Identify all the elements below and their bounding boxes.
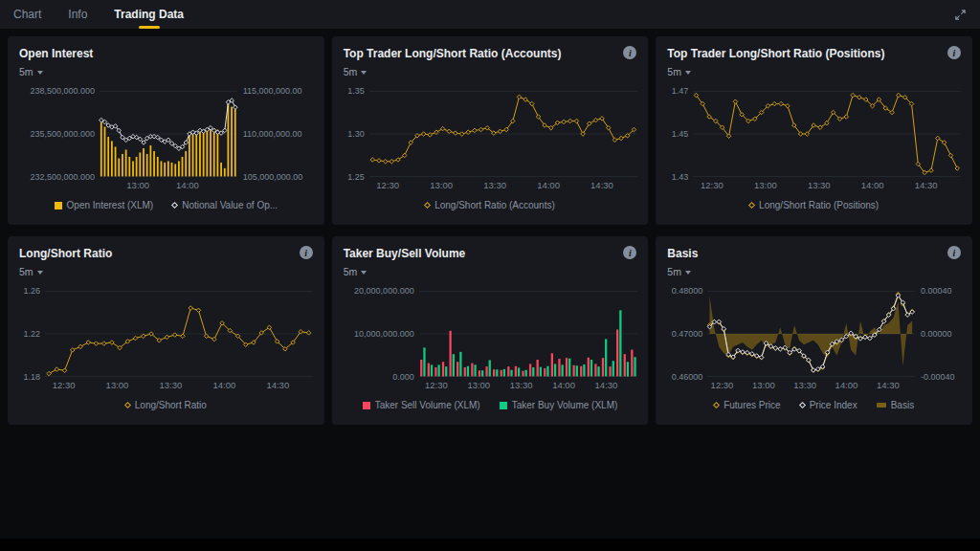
- y-axis-left: 238,500,000.000235,500,000.000232,500,00…: [19, 91, 100, 177]
- legend-marker-diamond: [713, 402, 720, 408]
- legend-marker-square: [363, 402, 370, 409]
- chevron-down-icon: [37, 71, 43, 75]
- panel-top-trader-ls-accounts: Top Trader Long/Short Ratio (Accounts) 5…: [332, 36, 649, 225]
- tab-trading-data[interactable]: Trading Data: [114, 0, 184, 29]
- legend-item[interactable]: Long/Short Ratio: [125, 400, 207, 410]
- chevron-down-icon: [361, 271, 367, 275]
- interval-dropdown[interactable]: 5m: [667, 266, 691, 277]
- legend-item[interactable]: Long/Short Ratio (Accounts): [425, 200, 555, 210]
- chevron-down-icon: [361, 71, 367, 75]
- panel-grid: Open Interest 5m 238,500,000.000235,500,…: [0, 29, 980, 432]
- panel-title: Open Interest: [19, 46, 313, 61]
- interval-dropdown[interactable]: 5m: [344, 66, 368, 77]
- x-tick-label: 13:00: [126, 180, 149, 190]
- y-axis-label: 1.35: [347, 86, 365, 96]
- y-axis-label: 1.43: [672, 172, 689, 182]
- y-axis-left: 1.351.301.25: [344, 91, 369, 177]
- y-axis-left: 20,000,000.00010,000,000.0000.000: [344, 291, 419, 377]
- x-tick-label: 12:30: [711, 380, 734, 390]
- x-tick-label: 14:30: [595, 380, 618, 390]
- info-icon[interactable]: [947, 46, 961, 59]
- x-axis: 12:3013:0013:3014:0014:30: [707, 380, 915, 392]
- chart-canvas[interactable]: 12:3013:0013:3014:0014:30: [693, 91, 961, 192]
- legend-marker-diamond: [171, 202, 178, 209]
- panel-taker-buy-sell-volume: Taker Buy/Sell Volume 5m 20,000,000.0001…: [332, 236, 649, 425]
- legend-item[interactable]: Taker Buy Volume (XLM): [500, 400, 618, 410]
- x-tick-label: 13:30: [510, 380, 533, 390]
- interval-dropdown[interactable]: 5m: [19, 266, 43, 277]
- legend-marker-diamond: [799, 402, 806, 408]
- chart-area: 0.480000.470000.46000 12:3013:0013:3014:…: [667, 291, 961, 392]
- y-axis-label: 1.30: [347, 129, 365, 139]
- panel-title: Top Trader Long/Short Ratio (Positions): [667, 46, 961, 61]
- chart-area: 1.351.301.25 12:3013:0013:3014:0014:30: [344, 91, 637, 192]
- chevron-down-icon: [37, 271, 43, 275]
- panel-basis: Basis 5m 0.480000.470000.46000 12:3013:0…: [656, 236, 972, 425]
- chart-canvas[interactable]: 12:3013:0013:3014:0014:30: [419, 291, 637, 392]
- y-axis-label: 0.48000: [672, 286, 703, 296]
- x-tick-label: 13:00: [754, 180, 777, 190]
- legend-label: Long/Short Ratio: [135, 400, 207, 410]
- y-axis-label: 20,000,000.000: [354, 286, 414, 296]
- top-nav: Chart Info Trading Data: [0, 0, 980, 29]
- legend-item[interactable]: Notional Value of Op...: [172, 200, 278, 210]
- x-tick-label: 13:00: [467, 380, 490, 390]
- interval-value: 5m: [19, 66, 33, 77]
- interval-dropdown[interactable]: 5m: [344, 266, 368, 277]
- x-axis: 12:3013:0013:3014:0014:30: [45, 380, 313, 392]
- interval-value: 5m: [667, 66, 681, 77]
- info-icon[interactable]: [300, 246, 313, 259]
- x-tick-label: 14:30: [877, 380, 900, 390]
- y-axis-label: 115,000,000.00: [243, 86, 302, 96]
- y-axis-label: 1.47: [672, 86, 689, 96]
- y-axis-label: 1.18: [23, 372, 40, 382]
- x-tick-label: 14:00: [835, 380, 858, 390]
- interval-dropdown[interactable]: 5m: [19, 66, 43, 77]
- panel-title: Top Trader Long/Short Ratio (Accounts): [344, 46, 637, 61]
- tab-info[interactable]: Info: [68, 0, 87, 29]
- panel-title: Basis: [667, 246, 961, 261]
- legend-label: Futures Price: [724, 400, 780, 410]
- chart-canvas[interactable]: 13:0014:00: [100, 91, 237, 192]
- y-axis-label: 110,000,000.00: [243, 129, 302, 139]
- chart-canvas[interactable]: 12:3013:0013:3014:0014:30: [45, 291, 313, 392]
- legend-item[interactable]: Taker Sell Volume (XLM): [363, 400, 480, 410]
- y-axis-right: 0.000400.00000-0.00040: [915, 291, 961, 377]
- chart-canvas[interactable]: 12:3013:0013:3014:0014:30: [707, 291, 915, 392]
- legend-item[interactable]: Open Interest (XLM): [55, 200, 154, 210]
- y-axis-label: 0.46000: [672, 372, 703, 382]
- y-axis-left: 1.471.451.43: [667, 91, 693, 177]
- y-axis-label: 235,500,000.000: [30, 129, 95, 139]
- chart-canvas[interactable]: 12:3013:0013:3014:0014:30: [369, 91, 637, 192]
- x-tick-label: 14:30: [590, 180, 613, 190]
- chart-legend: Long/Short Ratio (Accounts): [344, 200, 637, 210]
- legend-label: Taker Buy Volume (XLM): [512, 400, 618, 410]
- chart-legend: Futures PricePrice IndexBasis: [667, 400, 961, 410]
- y-axis-label: 105,000,000.00: [243, 172, 303, 182]
- legend-label: Long/Short Ratio (Accounts): [434, 200, 555, 210]
- legend-label: Long/Short Ratio (Positions): [759, 200, 879, 210]
- legend-item[interactable]: Price Index: [800, 400, 858, 410]
- y-axis-label: 238,500,000.000: [30, 86, 95, 96]
- x-tick-label: 13:30: [793, 380, 816, 390]
- legend-item[interactable]: Futures Price: [714, 400, 780, 410]
- x-tick-label: 12:30: [701, 180, 724, 190]
- x-tick-label: 13:00: [430, 180, 453, 190]
- x-tick-label: 14:00: [176, 180, 199, 190]
- legend-item[interactable]: Long/Short Ratio (Positions): [749, 200, 879, 210]
- info-icon[interactable]: [947, 246, 961, 259]
- tab-label: Chart: [13, 8, 41, 21]
- legend-label: Price Index: [810, 400, 858, 410]
- chevron-down-icon: [685, 71, 691, 75]
- x-tick-label: 13:00: [106, 380, 129, 390]
- expand-icon[interactable]: [954, 9, 967, 21]
- x-tick-label: 13:30: [808, 180, 831, 190]
- legend-item[interactable]: Basis: [877, 400, 914, 410]
- tab-chart[interactable]: Chart: [13, 0, 41, 29]
- panel-title: Long/Short Ratio: [19, 246, 313, 261]
- interval-dropdown[interactable]: 5m: [667, 66, 691, 77]
- x-axis: 12:3013:0013:3014:0014:30: [369, 180, 637, 192]
- chart-legend: Open Interest (XLM)Notional Value of Op.…: [19, 200, 313, 210]
- x-tick-label: 14:00: [861, 180, 884, 190]
- x-tick-label: 14:30: [915, 180, 938, 190]
